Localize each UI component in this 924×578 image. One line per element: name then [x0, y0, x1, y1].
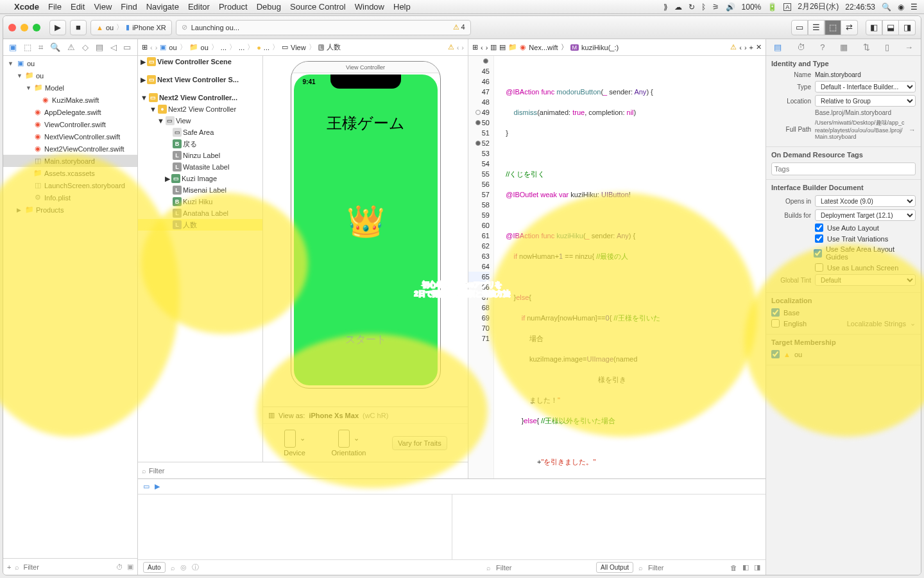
file-type-select[interactable]: Default - Interface Builder...	[815, 81, 916, 92]
assistant-editor-button[interactable]: ☰	[808, 20, 825, 35]
safearea-checkbox[interactable]	[814, 249, 822, 258]
input-source-icon[interactable]: A	[783, 3, 791, 11]
help-inspector-tab[interactable]: ?	[820, 42, 825, 52]
outline-item-2[interactable]: LWatasite Label	[138, 161, 262, 173]
outline-item-1[interactable]: LNinzu Label	[138, 150, 262, 161]
tree-group-products[interactable]: ▶📁Products	[3, 204, 137, 216]
toggle-device-bar-icon[interactable]: ▥	[268, 411, 275, 419]
outline-safe[interactable]: ▭Safe Area	[138, 127, 262, 138]
symbol-navigator-tab[interactable]: ⌗	[38, 42, 43, 53]
variables-filter-input[interactable]	[496, 564, 573, 572]
reveal-in-finder-icon[interactable]: →	[909, 126, 916, 134]
history-inspector-tab[interactable]: ⏱	[797, 42, 805, 52]
orientation-picker[interactable]: ⌄Orientation	[332, 430, 366, 457]
continue-icon[interactable]: ▶	[155, 482, 160, 491]
menu-help[interactable]: Help	[393, 2, 411, 12]
tree-file-next2vc[interactable]: ◉Next2ViewController.swift	[3, 143, 137, 155]
outline-scene1[interactable]: ▶▭View Controller Scene	[138, 56, 262, 67]
menu-edit[interactable]: Edit	[71, 2, 85, 12]
outline-item-0[interactable]: B戻る	[138, 138, 262, 150]
test-navigator-tab[interactable]: ◇	[82, 42, 89, 52]
ib-canvas[interactable]: View Controller 9:41 王様ゲーム 👑 スタート	[263, 56, 468, 462]
project-tree[interactable]: ▼▣ou ▼📁ou ▼📁Model ◉KuziMake.swift ◉AppDe…	[3, 56, 137, 558]
sync-icon[interactable]: ↻	[689, 3, 695, 12]
scheme-selector[interactable]: ▲ou 〉 ▮iPhone XR	[90, 20, 172, 35]
tree-group-ou[interactable]: ▼📁ou	[3, 69, 137, 82]
document-outline[interactable]: ▶▭View Controller Scene ▶▭Next View Cont…	[138, 56, 263, 462]
menubar-time[interactable]: 22:46:53	[845, 3, 875, 12]
base-loc-checkbox[interactable]	[771, 308, 780, 317]
tags-field[interactable]	[771, 162, 916, 175]
clear-console-icon[interactable]: 🗑	[730, 564, 737, 572]
global-tint-select[interactable]: Default	[815, 274, 916, 286]
zoom-button[interactable]	[33, 24, 40, 31]
vary-for-traits-button[interactable]: Vary for Traits	[392, 436, 447, 450]
traitvar-checkbox[interactable]	[815, 234, 823, 243]
outline-item-5[interactable]: BKuzi Hiku	[138, 196, 262, 207]
menu-view[interactable]: View	[94, 2, 112, 12]
attributes-inspector-tab[interactable]: ⇅	[863, 42, 870, 52]
siri-icon[interactable]: ◉	[898, 3, 904, 12]
debug-navigator-tab[interactable]: ▤	[96, 42, 103, 52]
dropbox-icon[interactable]: ☁	[674, 3, 682, 12]
wifi-icon[interactable]: ⚞	[712, 3, 719, 12]
toggle-breakpoints-icon[interactable]: ▭	[143, 482, 150, 491]
tree-file-nextvc[interactable]: ◉NextViewController.swift	[3, 130, 137, 143]
navigator-filter-input[interactable]	[23, 563, 112, 571]
add-assistant-icon[interactable]: +	[749, 44, 753, 51]
menu-editor[interactable]: Editor	[188, 2, 210, 12]
outline-scene3[interactable]: ▼▭Next2 View Controller...	[138, 92, 262, 103]
opens-in-select[interactable]: Latest Xcode (9.0)	[815, 195, 916, 207]
location-select[interactable]: Relative to Group	[815, 95, 916, 107]
editor-options-button[interactable]: ⇄	[841, 20, 858, 35]
identity-inspector-tab[interactable]: ▦	[840, 42, 848, 52]
file-inspector-tab[interactable]: ▤	[774, 42, 782, 52]
tree-file-mainsb[interactable]: ◫Main.storyboard	[3, 155, 137, 167]
add-button[interactable]: +	[7, 563, 11, 571]
console-view[interactable]	[452, 495, 766, 559]
find-navigator-tab[interactable]: 🔍	[50, 42, 60, 52]
console-filter-input[interactable]	[648, 564, 725, 572]
tree-file-appdelegate[interactable]: ◉AppDelegate.swift	[3, 106, 137, 118]
outline-item-6[interactable]: LAnataha Label	[138, 207, 262, 219]
code-editor[interactable]: 4546474849505152535455565758596061626364…	[468, 56, 766, 478]
outline-view[interactable]: ▼▭View	[138, 115, 262, 127]
tree-file-launch[interactable]: ◫LaunchScreen.storyboard	[3, 179, 137, 191]
warning-badge[interactable]: ⚠ 4	[453, 23, 465, 31]
minimize-button[interactable]	[21, 24, 28, 31]
variables-view[interactable]	[138, 495, 452, 559]
outline-scene2[interactable]: ▶▭Next View Controller S...	[138, 74, 262, 85]
toggle-variables-icon[interactable]: ◧	[742, 563, 749, 572]
project-navigator-tab[interactable]: ▣	[9, 42, 17, 52]
volume-icon[interactable]: 🔊	[726, 3, 735, 12]
tree-group-model[interactable]: ▼📁Model	[3, 82, 137, 94]
outline-vc[interactable]: ▼●Next2 View Controller	[138, 103, 262, 115]
toggle-inspector-button[interactable]: ◨	[899, 20, 916, 35]
issue-navigator-tab[interactable]: ⚠	[67, 42, 75, 52]
stop-button[interactable]: ■	[70, 20, 87, 35]
menu-window[interactable]: Window	[355, 2, 384, 12]
toggle-navigator-button[interactable]: ◧	[866, 20, 882, 35]
jump-bar-right[interactable]: ⊞‹› ▥▤📁 ◉Nex...wift〉 MkuziHiku(_:) ⚠‹› +…	[468, 39, 766, 56]
status-icon[interactable]: ⟫	[663, 3, 668, 12]
close-assistant-icon[interactable]: ✕	[756, 43, 762, 51]
scm-filter-icon[interactable]: ▣	[127, 563, 133, 571]
connections-inspector-tab[interactable]: →	[905, 42, 913, 52]
size-inspector-tab[interactable]: ▯	[885, 42, 889, 52]
report-navigator-tab[interactable]: ▭	[123, 42, 131, 52]
outline-item-7[interactable]: L人数	[138, 219, 262, 231]
notification-center-icon[interactable]: ☰	[911, 3, 918, 12]
breakpoint-navigator-tab[interactable]: ◁	[110, 42, 117, 52]
tree-project[interactable]: ▼▣ou	[3, 57, 137, 69]
english-loc-checkbox[interactable]	[771, 319, 780, 328]
tree-file-assets[interactable]: 📁Assets.xcassets	[3, 167, 137, 179]
bluetooth-icon[interactable]: ᛒ	[701, 3, 706, 12]
close-button[interactable]	[8, 24, 16, 31]
toggle-console-icon[interactable]: ◨	[754, 563, 760, 572]
spotlight-icon[interactable]: 🔍	[882, 3, 891, 12]
outline-item-4[interactable]: LMisenai Label	[138, 184, 262, 196]
battery-icon[interactable]: 🔋	[767, 3, 777, 12]
jump-bar-left[interactable]: ⊞‹› ▣ou〉 📁ou〉 ...〉 ...〉 ●...〉 ▭View〉 L人数…	[138, 39, 468, 56]
outline-filter-input[interactable]	[149, 467, 464, 475]
toggle-debug-area-button[interactable]: ⬓	[882, 20, 899, 35]
